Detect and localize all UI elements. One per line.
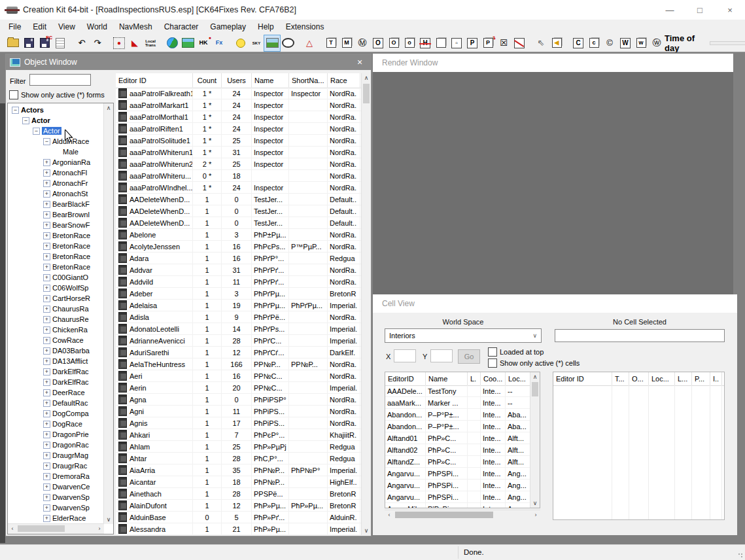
table-row[interactable]: aaaPatrolWIndhel...1 *24InspectorNordRa. <box>116 182 362 194</box>
collapse-icon[interactable]: − <box>43 138 50 145</box>
tree-item-dremorara[interactable]: +DremoraRa <box>8 471 104 481</box>
cell-list-vscroll-thumb[interactable] <box>532 382 538 396</box>
tree-item-draugrrac[interactable]: +DraugrRac <box>8 461 104 471</box>
tree-item-chaurusre[interactable]: +ChaurusRe <box>8 314 104 324</box>
menu-help[interactable]: Help <box>252 20 280 34</box>
menu-file[interactable]: File <box>3 20 27 34</box>
cube-c-icon[interactable]: c <box>586 35 602 51</box>
tree-item-bretonrace[interactable]: +BretonRace <box>8 251 104 262</box>
expand-icon[interactable]: + <box>43 421 50 428</box>
table-row[interactable]: Alftand02РћР»С...Inte...Alft... <box>385 444 530 456</box>
tree-item-dwarvensp[interactable]: +DwarvenSp <box>8 492 104 502</box>
boxed-o-icon[interactable]: O <box>370 35 386 51</box>
boxed-c-icon[interactable]: C <box>570 35 586 51</box>
boxed-p-icon[interactable]: P <box>464 35 480 51</box>
menu-world[interactable]: World <box>81 20 113 34</box>
column-header-coo[interactable]: Coo... <box>481 372 506 385</box>
column-header-name[interactable]: Name <box>426 372 468 385</box>
expand-icon[interactable]: + <box>43 504 50 512</box>
cell-list-horizontal-scrollbar[interactable]: ‹ › <box>385 510 540 520</box>
tree-item-bearbrownl[interactable]: +BearBrownl <box>8 209 104 220</box>
table-row[interactable]: aaaPatrolWhiteru...0 *18NordRa. <box>116 170 362 182</box>
scroll-down-icon[interactable]: ∨ <box>362 526 371 535</box>
expand-icon[interactable]: + <box>43 452 50 459</box>
table-row[interactable]: Agna10РћРіРЅР°NordRa. <box>116 394 362 406</box>
table-row[interactable]: AlainDufont112РћР»Рµ...РћР»Рµ...BretonR <box>116 500 362 512</box>
table-row[interactable]: AlduinBase05РћР»Рґ...AlduinR. <box>116 512 362 523</box>
marker-t-cube-icon[interactable]: T <box>323 35 339 51</box>
x-input[interactable] <box>394 349 416 362</box>
preferences-icon[interactable] <box>52 35 68 51</box>
table-row[interactable]: Aeri116Р­Р№С...NordRa. <box>116 370 362 382</box>
tree-item-alduinrace[interactable]: −AlduinRace <box>8 136 104 147</box>
go-button[interactable]: Go <box>458 349 480 364</box>
scroll-up-icon[interactable]: ∧ <box>104 103 113 113</box>
table-row[interactable]: AngasMil...Р’РѕРј ...Inte...Ang... <box>385 503 530 508</box>
tree-hscroll-thumb[interactable] <box>18 525 65 532</box>
table-row[interactable]: Abandon...Р–Р°Р±...Inte...Aba... <box>385 421 530 432</box>
tree-item-draugrmag[interactable]: +DraugrMag <box>8 450 104 461</box>
expand-icon[interactable]: + <box>43 442 50 449</box>
tree-item-male[interactable]: Male <box>8 147 104 157</box>
table-row[interactable]: AcolyteJenssen116РћРєРѕ...Р™РµР...NordRa… <box>116 241 362 253</box>
expand-icon[interactable]: + <box>43 473 50 480</box>
expand-icon[interactable]: + <box>43 431 50 438</box>
dialogue-icon[interactable] <box>280 35 296 51</box>
scroll-down-icon[interactable]: ∨ <box>530 499 540 508</box>
table-row[interactable]: AlftandZ...РћР»С...Inte...Alft... <box>385 456 530 468</box>
cube-p-icon[interactable]: P↴ <box>480 35 496 51</box>
collapse-icon[interactable]: − <box>22 117 29 124</box>
table-row[interactable]: aaaMark...Marker ...Inte...-- <box>385 397 530 409</box>
table-row[interactable]: Ahtar128РћС‚Р°...Redgua <box>116 453 362 464</box>
table-row[interactable]: Abelone13РћР±Рµ...NordRa. <box>116 229 362 241</box>
table-row[interactable]: aaaPatrolMorthal11 *24InspectorNordRa. <box>116 111 362 123</box>
scroll-right-icon[interactable]: › <box>531 510 540 519</box>
time-of-day-slider[interactable] <box>710 38 745 48</box>
column-header-loc[interactable]: Loc... <box>506 372 532 385</box>
expand-icon[interactable]: + <box>43 211 50 219</box>
table-row[interactable]: AdonatoLeotelli114РћРґРѕ...Imperial. <box>116 323 362 335</box>
expand-icon[interactable]: + <box>43 379 50 386</box>
table-row[interactable]: aaaPatrolSolitude11 *25InspectorNordRa. <box>116 135 362 147</box>
table-row[interactable]: Ahlam125РћР»РµРјRedgua <box>116 441 362 453</box>
table-row[interactable]: Angarvu...РћРЅРі...Inte...Ang... <box>385 480 530 491</box>
cube-w-icon[interactable]: w <box>633 35 649 51</box>
table-row[interactable]: Addvar131РћРґРґ...NordRa. <box>116 264 362 276</box>
object-window-close-icon[interactable]: × <box>353 57 367 67</box>
collapse-icon[interactable]: − <box>12 107 19 114</box>
world-space-dropdown[interactable]: Interiors ∨ <box>385 328 542 343</box>
table-row[interactable]: Adara116РћРґР°...Redgua <box>116 253 362 264</box>
cell-name-input[interactable] <box>555 329 725 342</box>
tree-item-dwarvensp[interactable]: +DwarvenSp <box>8 502 104 513</box>
water-fx-icon[interactable]: Fx <box>211 35 227 51</box>
column-header-o[interactable]: O... <box>629 372 649 385</box>
loaded-at-top-checkbox[interactable] <box>488 347 497 357</box>
collapse-icon[interactable]: − <box>33 128 40 135</box>
column-header-editorid[interactable]: Editor ID <box>553 372 612 385</box>
expand-icon[interactable]: + <box>43 264 50 271</box>
show-only-active-cells[interactable]: Show only active (*) cells <box>488 359 580 368</box>
column-header-l[interactable]: L. <box>468 372 481 385</box>
expand-icon[interactable]: + <box>43 169 50 177</box>
loaded-at-top[interactable]: Loaded at top <box>488 347 544 357</box>
tree-item-da13afflict[interactable]: +DA13Afflict <box>8 356 104 366</box>
expand-icon[interactable]: + <box>43 243 50 250</box>
copyright-icon[interactable]: © <box>602 35 617 51</box>
render-viewport[interactable] <box>373 72 733 294</box>
navmesh-icon[interactable]: △ <box>302 35 317 51</box>
expand-icon[interactable]: + <box>43 515 50 522</box>
column-header-shortna[interactable]: ShortNa... <box>289 73 328 88</box>
tree-item-atronachst[interactable]: +AtronachSt <box>8 188 104 199</box>
column-header-count[interactable]: Count <box>193 73 222 88</box>
column-header-name[interactable]: Name <box>252 73 289 88</box>
time-of-day-slider-track[interactable] <box>710 41 745 45</box>
havok-icon[interactable]: HK● <box>196 35 211 51</box>
expand-icon[interactable]: + <box>43 306 50 313</box>
menu-view[interactable]: View <box>52 20 81 34</box>
table-row[interactable]: Addvild111РћРґРґ...NordRa. <box>116 276 362 288</box>
menu-edit[interactable]: Edit <box>27 20 52 34</box>
tree-item-actors[interactable]: −Actors <box>8 105 104 115</box>
tree-item-defaultrac[interactable]: +DefaultRac <box>8 398 104 408</box>
resize-grip-icon[interactable] <box>738 553 743 558</box>
maximize-button[interactable]: □ <box>685 0 715 20</box>
